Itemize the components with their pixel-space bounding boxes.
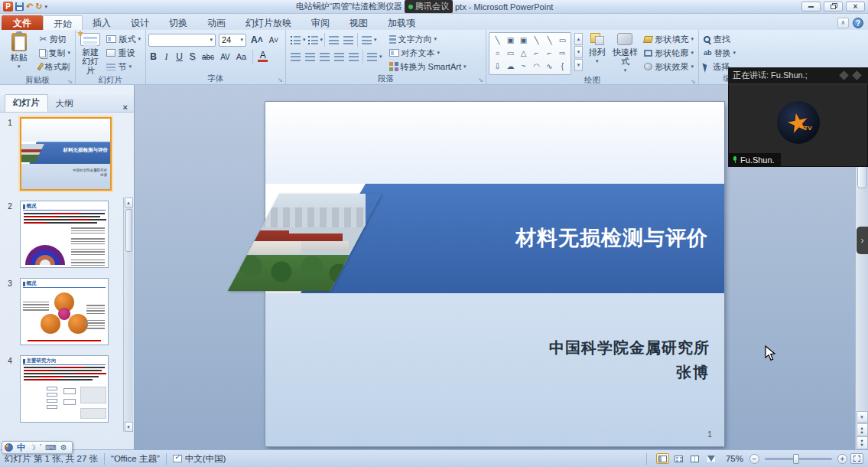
shapes-gallery[interactable]: ╲ ▣ ▣ ╲ ╲ ▭ ○ ▭ △ ⌐ ⌐ ⇨ ⇩ ☁ ~ ◠ ∿ { [489, 32, 571, 75]
tab-file[interactable]: 文件 [2, 15, 43, 30]
language-indicator[interactable]: 中文(中国) [185, 453, 226, 465]
shape-rectangle-icon[interactable]: ▭ [556, 34, 569, 47]
thumbnail-slide-1[interactable]: 材料无损检测与评价 中国科学院金属研究所 张博 [20, 117, 112, 191]
arrange-button[interactable]: 排列 ▾ [586, 31, 608, 75]
shape-placeholder-icon[interactable]: ▣ [504, 34, 517, 47]
paste-button[interactable]: 粘贴 ▾ [2, 31, 35, 75]
new-slide-button[interactable]: 新建 幻灯片 [78, 31, 102, 75]
spellcheck-icon[interactable] [173, 455, 182, 462]
justify-button[interactable] [332, 51, 346, 64]
zoom-level[interactable]: 75% [720, 454, 743, 463]
thumbnail-slide-2[interactable]: 概况 [20, 201, 109, 268]
font-color-button[interactable]: A [258, 51, 268, 62]
help-icon[interactable]: ? [853, 18, 863, 28]
slide-editor[interactable]: 材料无损检测与评价 中国科学院金属研究所 张博 1 [265, 102, 724, 446]
canvas-scroll-down-icon[interactable]: ▼ [857, 411, 868, 423]
cut-button[interactable]: ✂ 剪切 [37, 32, 73, 46]
zoom-in-button[interactable]: + [837, 454, 847, 464]
minimize-button[interactable] [801, 2, 821, 11]
close-button[interactable]: × [846, 2, 865, 11]
italic-button[interactable]: I [161, 51, 171, 63]
convert-smartart-button[interactable]: 转换为 SmartArt ▾ [387, 60, 469, 73]
meeting-expand-tab[interactable]: › [857, 227, 868, 254]
tab-addins[interactable]: 加载项 [378, 15, 425, 30]
ime-logo-icon[interactable] [5, 443, 13, 452]
shape-scribble-icon[interactable]: ~ [517, 60, 530, 73]
align-right-button[interactable] [317, 51, 332, 64]
slide-sorter-view-button[interactable] [672, 453, 685, 464]
paragraph-dialog-launcher-icon[interactable]: ⇘ [478, 77, 483, 83]
reset-button[interactable]: 重设 [104, 46, 143, 60]
normal-view-button[interactable] [656, 453, 669, 464]
shrink-font-button[interactable]: A˅ [268, 36, 281, 44]
text-shadow-button[interactable]: S [187, 51, 197, 62]
font-dialog-launcher-icon[interactable]: ⇘ [278, 77, 283, 83]
shape-down-arrow-icon[interactable]: ⇩ [491, 60, 504, 73]
distribute-button[interactable] [346, 51, 361, 64]
shape-brace-icon[interactable]: { [556, 60, 569, 73]
bullets-dropdown-icon[interactable]: ▾ [303, 37, 306, 43]
ime-language-icon[interactable]: 中 [17, 442, 25, 453]
section-button[interactable]: 节 ▾ [104, 60, 143, 73]
shape-triangle-icon[interactable]: △ [517, 47, 530, 60]
shapes-scroll-up-icon[interactable]: ▲ [574, 33, 583, 45]
bold-button[interactable]: B [148, 51, 158, 62]
underline-button[interactable]: U [174, 51, 184, 62]
align-center-button[interactable] [303, 51, 317, 64]
align-left-button[interactable] [288, 51, 303, 64]
font-size-combo[interactable]: 24 ▾ [219, 34, 246, 47]
shape-effects-button[interactable]: 形状效果 ▾ [642, 60, 696, 73]
tab-outline[interactable]: 大纲 [48, 96, 81, 112]
theme-name[interactable]: “Office 主题” [111, 453, 160, 465]
strikethrough-button[interactable]: abc [200, 53, 216, 61]
collapse-ribbon-icon[interactable]: ∧ [837, 18, 849, 28]
shape-right-arrow-icon[interactable]: ⇨ [556, 47, 569, 60]
line-spacing-button[interactable] [359, 34, 374, 47]
thumbnail-row-4[interactable]: 4 主要研究方向 [0, 355, 123, 423]
reading-view-button[interactable] [688, 453, 701, 464]
change-case-button[interactable]: Aa [235, 52, 248, 61]
numbering-button[interactable] [306, 34, 320, 47]
redo-icon[interactable]: ↻ [35, 2, 42, 11]
shape-placeholder2-icon[interactable]: ▣ [517, 34, 530, 47]
copy-button[interactable]: 复制 ▾ [37, 46, 73, 60]
font-name-combo[interactable]: ▾ [148, 34, 216, 47]
line-spacing-dropdown-icon[interactable]: ▾ [374, 37, 377, 43]
shape-elbow-icon[interactable]: ⌐ [530, 47, 543, 60]
align-text-button[interactable]: 对齐文本 ▾ [387, 46, 469, 60]
powerpoint-app-icon[interactable]: P [3, 2, 13, 11]
meeting-floating-badge[interactable]: 腾讯会议 [405, 0, 453, 13]
shape-fill-button[interactable]: 形状填充 ▾ [642, 32, 696, 46]
tab-slides-thumbnails[interactable]: 幻灯片 [5, 94, 48, 112]
tab-design[interactable]: 设计 [121, 15, 159, 30]
drawing-dialog-launcher-icon[interactable]: ⇘ [691, 78, 696, 85]
panel-scrollbar[interactable]: ▲ ▼ [123, 198, 133, 432]
find-button[interactable]: 查找 [701, 32, 761, 46]
quick-styles-button[interactable]: 快速样式 ▾ [610, 31, 639, 75]
restore-button[interactable] [824, 2, 843, 11]
ime-settings-icon[interactable]: ⚙ [60, 443, 67, 452]
panel-scroll-down-icon[interactable]: ▼ [125, 422, 133, 432]
fit-to-window-button[interactable] [850, 453, 863, 464]
columns-button[interactable] [365, 51, 379, 64]
thumbnail-slide-3[interactable]: 概况 [20, 278, 109, 345]
shapes-scroll-down-icon[interactable]: ▼ [574, 46, 583, 58]
zoom-out-button[interactable]: − [749, 454, 759, 464]
tab-view[interactable]: 视图 [340, 15, 378, 30]
shape-curve-icon[interactable]: ∿ [543, 60, 556, 73]
tab-animations[interactable]: 动画 [197, 15, 236, 30]
shapes-more-icon[interactable]: ▼ [574, 59, 583, 71]
meeting-video-tile[interactable]: ★ TV Fu.Shun. [728, 83, 868, 167]
numbering-dropdown-icon[interactable]: ▾ [320, 37, 323, 43]
shape-line-icon[interactable]: ╲ [491, 34, 504, 47]
format-painter-button[interactable]: 格式刷 [37, 60, 73, 73]
tab-review[interactable]: 审阅 [301, 15, 340, 30]
tab-slideshow[interactable]: 幻灯片放映 [236, 15, 301, 30]
tab-home[interactable]: 开始 [43, 15, 83, 30]
panel-scroll-thumb[interactable] [125, 209, 132, 252]
undo-icon[interactable]: ↶ [26, 2, 33, 11]
thumbnail-row-1[interactable]: 1 材料无损检测与评价 中国科学院金属研究所 张博 [0, 117, 123, 191]
shape-elbow-arrow-icon[interactable]: ⌐ [543, 47, 556, 60]
zoom-slider[interactable] [765, 458, 832, 460]
tab-insert[interactable]: 插入 [83, 15, 121, 30]
